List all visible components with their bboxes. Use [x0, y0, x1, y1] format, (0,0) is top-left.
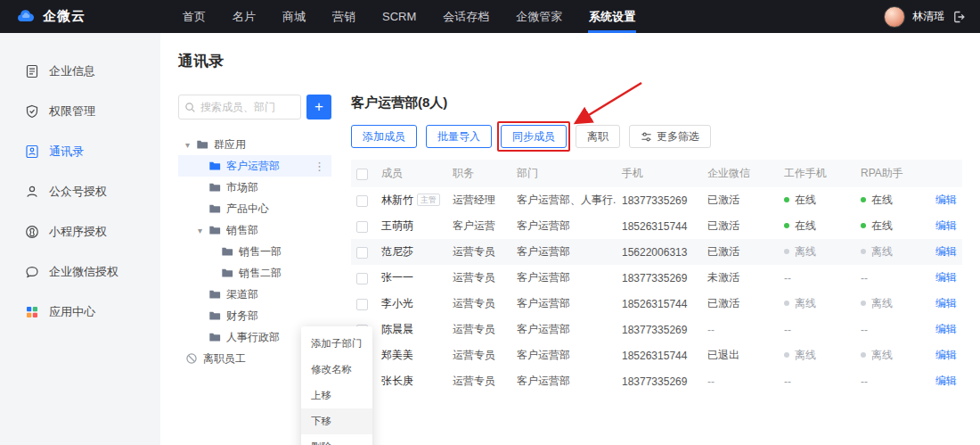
sidebar-item-label: 公众号授权 [49, 184, 107, 200]
member-name: 林新竹 [381, 194, 413, 206]
tree-node-finance[interactable]: 财务部 [178, 305, 331, 326]
select-all-checkbox[interactable] [356, 169, 368, 180]
tree-node-sales-1[interactable]: 销售一部 [178, 241, 331, 262]
edit-link[interactable]: 编辑 [935, 245, 957, 258]
tree-node-label: 产品中心 [226, 202, 269, 217]
department-header: 客户运营部(8人) [351, 95, 962, 111]
add-member-button[interactable]: 添加成员 [351, 125, 417, 148]
topnav-item-wecom-manager[interactable]: 企微管家 [502, 0, 576, 33]
row-checkbox[interactable] [356, 273, 368, 284]
rpa-status: 离线 [855, 239, 921, 265]
more-filter-button[interactable]: 更多筛选 [629, 125, 711, 148]
row-checkbox[interactable] [356, 299, 368, 310]
sidebar-item-label: 企业信息 [49, 63, 95, 79]
sync-member-button[interactable]: 同步成员 [501, 125, 567, 148]
member-name: 陈晨晨 [381, 323, 413, 335]
topnav-item-session-archive[interactable]: 会话存档 [429, 0, 502, 33]
tree-node-group-app[interactable]: ▾ 群应用 [178, 134, 331, 155]
member-badge: 主管 [417, 194, 440, 206]
tree-node-label: 离职员工 [203, 351, 246, 367]
context-menu-item-move-up[interactable]: 上移 [301, 383, 372, 408]
table-row: 张长庚 运营专员 客户运营部 18377335269 -- -- -- 编辑 [351, 368, 962, 394]
more-actions-icon[interactable]: ⋮ [307, 160, 331, 173]
row-checkbox[interactable] [356, 221, 368, 233]
edit-link[interactable]: 编辑 [935, 323, 957, 335]
tree-node-channel[interactable]: 渠道部 [178, 284, 331, 305]
caret-down-icon: ▾ [185, 140, 196, 150]
tree-node-sales[interactable]: ▾ 销售部 [178, 219, 331, 241]
batch-import-button[interactable]: 批量导入 [426, 125, 492, 148]
tree-node-customer-ops[interactable]: 客户运营部⋮ [178, 155, 331, 177]
tree-node-product-center[interactable]: 产品中心 [178, 198, 331, 219]
table-row: 王萌萌 客户运营 客户运营部 18526315744 已激活 在线 在线 编辑 [351, 213, 962, 239]
topnav-item-card[interactable]: 名片 [219, 0, 269, 33]
member-name: 郑美美 [381, 349, 413, 361]
member-phone: 18377335269 [617, 317, 702, 342]
avatar[interactable] [884, 6, 905, 28]
rpa-status: 在线 [855, 213, 921, 239]
tree-node-market[interactable]: 市场部 [178, 177, 331, 198]
member-dept: 客户运营部 [511, 368, 617, 394]
folder-icon [208, 224, 221, 236]
sidebar-item-wecom-auth[interactable]: 企业微信授权 [0, 251, 160, 292]
sidebar-item-permission-mgmt[interactable]: 权限管理 [0, 91, 160, 131]
chat-icon [25, 265, 39, 279]
topnav-item-home[interactable]: 首页 [169, 0, 219, 33]
context-menu-item-rename[interactable]: 修改名称 [301, 357, 372, 383]
member-title: 运营专员 [447, 317, 511, 342]
work-phone-status: 离线 [779, 239, 855, 265]
edit-link[interactable]: 编辑 [935, 375, 957, 387]
folder-icon [208, 288, 221, 301]
topnav-item-marketing[interactable]: 营销 [319, 0, 369, 33]
row-checkbox[interactable] [356, 247, 368, 259]
caret-down-icon: ▾ [198, 226, 208, 235]
folder-icon [196, 138, 208, 151]
topnav-item-scrm[interactable]: SCRM [369, 0, 429, 33]
folder-icon [221, 245, 233, 258]
rpa-status: -- [855, 265, 921, 291]
sidebar-item-contacts[interactable]: 通讯录 [0, 131, 160, 171]
edit-link[interactable]: 编辑 [935, 297, 957, 309]
context-menu-item-add-sub-dept[interactable]: 添加子部门 [301, 331, 372, 357]
member-title: 运营专员 [447, 368, 511, 394]
context-menu-item-delete[interactable]: 删除 [301, 434, 372, 445]
member-dept: 客户运营部 [511, 342, 617, 368]
member-dept: 客户运营部 [511, 291, 617, 317]
edit-link[interactable]: 编辑 [935, 194, 957, 206]
topnav-item-mall[interactable]: 商城 [269, 0, 319, 33]
row-checkbox[interactable] [356, 195, 368, 207]
topnav-item-system-settings[interactable]: 系统设置 [576, 0, 649, 33]
button-label: 同步成员 [512, 129, 555, 144]
sidebar-item-enterprise-info[interactable]: 企业信息 [0, 51, 160, 91]
topbar: 企微云 首页名片商城营销SCRM会话存档企微管家系统设置 林清瑶 [0, 0, 980, 33]
member-name: 范尼莎 [381, 245, 413, 258]
wecom-status: 未激活 [702, 265, 779, 291]
tree-node-label: 客户运营部 [226, 159, 280, 174]
add-department-button[interactable]: + [306, 95, 331, 119]
wecom-status: 已退出 [702, 342, 779, 368]
tree-node-label: 销售部 [226, 223, 258, 238]
logout-icon[interactable] [951, 10, 966, 24]
status-dot [784, 301, 789, 306]
grid-icon [25, 305, 39, 319]
edit-link[interactable]: 编辑 [935, 271, 957, 284]
wecom-status: -- [702, 368, 779, 394]
search-input[interactable] [200, 101, 295, 113]
sidebar: 企业信息 权限管理 通讯录 公众号授权 小程序授权 企业微信授权 应用中心 [0, 33, 160, 445]
sidebar-item-miniprogram-auth[interactable]: 小程序授权 [0, 211, 160, 251]
edit-link[interactable]: 编辑 [935, 349, 957, 361]
tree-node-label: 人事行政部 [226, 330, 280, 345]
tree-node-label: 销售二部 [239, 266, 282, 281]
member-dept: 客户运营部、人事行... [511, 187, 617, 213]
sidebar-item-app-center[interactable]: 应用中心 [0, 292, 160, 332]
resign-button[interactable]: 离职 [576, 125, 620, 148]
context-menu-item-move-down[interactable]: 下移 [301, 408, 372, 434]
member-phone: 18526315744 [617, 213, 702, 239]
wecom-status: 已激活 [702, 291, 779, 317]
edit-link[interactable]: 编辑 [935, 219, 957, 232]
tree-node-label: 销售一部 [239, 244, 282, 260]
table-row: 范尼莎 运营专员 客户运营部 15622006313 已激活 离线 离线 编辑 [351, 239, 962, 265]
tree-node-sales-2[interactable]: 销售二部 [178, 262, 331, 284]
status-dot [861, 352, 866, 358]
sidebar-item-official-account-auth[interactable]: 公众号授权 [0, 171, 160, 211]
